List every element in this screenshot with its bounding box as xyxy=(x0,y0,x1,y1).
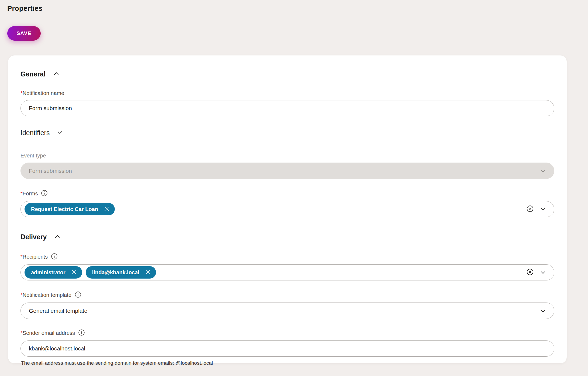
notification-name-input[interactable] xyxy=(20,100,554,116)
field-notification-template: *Notification template General email tem… xyxy=(20,291,554,319)
chevron-up-icon xyxy=(54,233,61,241)
notification-name-label: *Notification name xyxy=(20,90,554,96)
chevron-down-icon xyxy=(539,167,547,175)
clear-forms-button[interactable] xyxy=(526,205,534,214)
sender-email-helper-text: The email address must use the sending d… xyxy=(21,360,554,366)
close-icon xyxy=(103,206,110,213)
recipient-tag: linda@kbank.local xyxy=(86,266,156,279)
page-title: Properties xyxy=(7,4,588,13)
expand-identifiers-button[interactable] xyxy=(56,129,64,137)
notification-template-label: *Notification template xyxy=(20,291,554,299)
forms-multiselect[interactable]: Request Electric Car Loan xyxy=(20,201,554,217)
section-delivery-header: Delivery xyxy=(20,233,554,241)
field-notification-name: *Notification name xyxy=(20,90,554,116)
chevron-down-icon xyxy=(539,307,547,315)
event-type-label: Event type xyxy=(20,153,554,159)
section-delivery-title: Delivery xyxy=(20,233,47,241)
required-marker: * xyxy=(20,292,23,298)
properties-card: General *Notification name Identifiers E… xyxy=(8,55,567,363)
field-event-type: Event type Form submission xyxy=(20,153,554,179)
collapse-delivery-button[interactable] xyxy=(54,233,61,241)
chevron-up-icon xyxy=(53,70,60,78)
info-icon xyxy=(75,291,81,299)
notification-template-select[interactable]: General email template xyxy=(20,303,554,319)
circle-x-icon xyxy=(526,205,534,214)
info-icon xyxy=(78,329,85,337)
remove-recipient-tag-button[interactable] xyxy=(71,269,77,276)
remove-recipient-tag-button[interactable] xyxy=(145,269,151,276)
recipients-multiselect[interactable]: administrator linda@kbank.local xyxy=(20,264,554,280)
chevron-down-icon xyxy=(539,268,547,276)
info-icon xyxy=(41,190,48,197)
save-button-label: SAVE xyxy=(16,30,31,36)
field-recipients: *Recipients administrator linda@kbank.lo… xyxy=(20,253,554,280)
save-button[interactable]: SAVE xyxy=(7,26,41,41)
required-marker: * xyxy=(20,254,23,260)
clear-recipients-button[interactable] xyxy=(526,268,534,277)
forms-tag: Request Electric Car Loan xyxy=(25,203,115,215)
circle-x-icon xyxy=(526,268,534,277)
chevron-down-icon xyxy=(56,129,64,137)
page-header: Properties xyxy=(0,0,588,13)
recipient-tag-label: linda@kbank.local xyxy=(92,269,139,276)
identifiers-header: Identifiers xyxy=(20,129,554,137)
sender-email-input[interactable] xyxy=(20,340,554,357)
recipients-label: *Recipients xyxy=(20,253,554,261)
chevron-down-icon xyxy=(539,205,547,213)
remove-forms-tag-button[interactable] xyxy=(103,206,110,213)
close-icon xyxy=(71,269,77,276)
template-info-button[interactable] xyxy=(75,291,81,299)
required-marker: * xyxy=(20,90,23,96)
notification-template-value: General email template xyxy=(29,308,87,314)
recipient-tag: administrator xyxy=(25,266,82,279)
recipient-tag-label: administrator xyxy=(31,269,65,276)
sender-email-label: *Sender email address xyxy=(20,329,554,337)
collapse-general-button[interactable] xyxy=(53,70,60,78)
required-marker: * xyxy=(20,191,23,196)
field-sender-email: *Sender email address The email address … xyxy=(20,329,554,366)
forms-tag-label: Request Electric Car Loan xyxy=(31,206,98,212)
required-marker: * xyxy=(20,330,23,336)
forms-label: *Forms xyxy=(20,190,554,197)
section-general-header: General xyxy=(20,70,554,78)
event-type-value: Form submission xyxy=(29,168,72,174)
close-icon xyxy=(145,269,151,276)
sender-email-info-button[interactable] xyxy=(78,329,85,337)
forms-info-button[interactable] xyxy=(41,190,48,197)
identifiers-title: Identifiers xyxy=(20,129,50,137)
field-forms: *Forms Request Electric Car Loan xyxy=(20,190,554,217)
info-icon xyxy=(51,253,58,261)
section-general-title: General xyxy=(20,70,46,78)
recipients-info-button[interactable] xyxy=(51,253,58,261)
event-type-select: Form submission xyxy=(20,163,554,179)
